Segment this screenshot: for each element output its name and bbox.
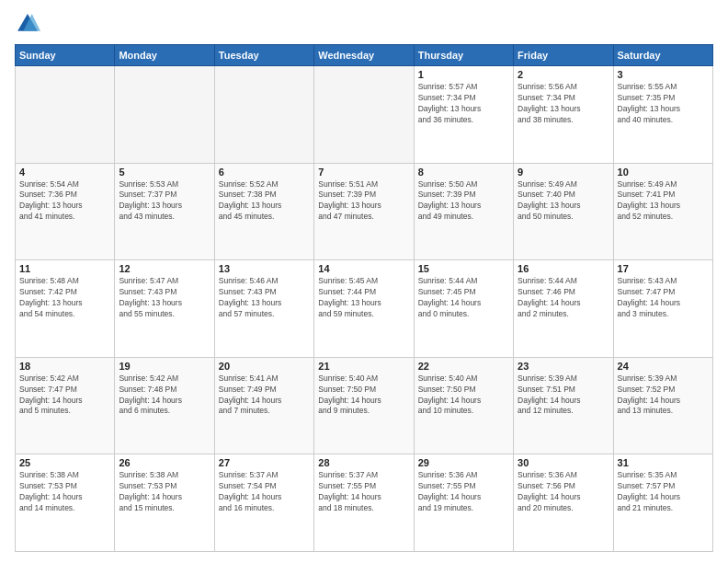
calendar-cell: 24Sunrise: 5:39 AM Sunset: 7:52 PM Dayli… — [613, 357, 712, 454]
day-number: 18 — [19, 361, 110, 372]
day-number: 13 — [219, 263, 310, 274]
day-number: 30 — [518, 457, 609, 468]
calendar-cell: 9Sunrise: 5:49 AM Sunset: 7:40 PM Daylig… — [514, 163, 613, 260]
header — [15, 11, 713, 37]
calendar-cell: 2Sunrise: 5:56 AM Sunset: 7:34 PM Daylig… — [514, 66, 613, 164]
day-info: Sunrise: 5:57 AM Sunset: 7:34 PM Dayligh… — [418, 82, 509, 126]
day-number: 10 — [618, 167, 709, 178]
day-info: Sunrise: 5:52 AM Sunset: 7:38 PM Dayligh… — [219, 179, 310, 224]
day-number: 21 — [318, 361, 409, 372]
weekday-monday: Monday — [115, 45, 214, 66]
calendar-cell: 14Sunrise: 5:45 AM Sunset: 7:44 PM Dayli… — [314, 260, 414, 358]
weekday-saturday: Saturday — [613, 45, 712, 66]
calendar-cell — [314, 66, 414, 164]
day-number: 1 — [418, 69, 509, 80]
day-info: Sunrise: 5:41 AM Sunset: 7:49 PM Dayligh… — [219, 373, 310, 418]
calendar-cell: 4Sunrise: 5:54 AM Sunset: 7:36 PM Daylig… — [16, 163, 115, 260]
day-info: Sunrise: 5:56 AM Sunset: 7:34 PM Dayligh… — [518, 82, 609, 126]
calendar-cell: 3Sunrise: 5:55 AM Sunset: 7:35 PM Daylig… — [613, 66, 712, 164]
weekday-wednesday: Wednesday — [314, 45, 414, 66]
day-info: Sunrise: 5:47 AM Sunset: 7:43 PM Dayligh… — [119, 276, 210, 320]
day-info: Sunrise: 5:45 AM Sunset: 7:44 PM Dayligh… — [318, 276, 409, 320]
calendar-cell: 30Sunrise: 5:36 AM Sunset: 7:56 PM Dayli… — [514, 454, 613, 552]
calendar-cell: 15Sunrise: 5:44 AM Sunset: 7:45 PM Dayli… — [414, 260, 513, 358]
weekday-friday: Friday — [514, 45, 613, 66]
day-info: Sunrise: 5:38 AM Sunset: 7:53 PM Dayligh… — [119, 470, 210, 514]
day-info: Sunrise: 5:37 AM Sunset: 7:55 PM Dayligh… — [318, 470, 409, 514]
calendar-cell: 13Sunrise: 5:46 AM Sunset: 7:43 PM Dayli… — [214, 260, 313, 358]
day-info: Sunrise: 5:35 AM Sunset: 7:57 PM Dayligh… — [618, 470, 709, 514]
day-number: 3 — [618, 69, 709, 80]
day-number: 9 — [518, 167, 609, 178]
day-number: 14 — [318, 263, 409, 274]
day-number: 4 — [19, 167, 110, 178]
day-info: Sunrise: 5:44 AM Sunset: 7:45 PM Dayligh… — [418, 276, 509, 320]
calendar-cell: 19Sunrise: 5:42 AM Sunset: 7:48 PM Dayli… — [115, 357, 214, 454]
day-info: Sunrise: 5:36 AM Sunset: 7:56 PM Dayligh… — [518, 470, 609, 514]
day-info: Sunrise: 5:53 AM Sunset: 7:37 PM Dayligh… — [119, 179, 210, 224]
day-info: Sunrise: 5:39 AM Sunset: 7:52 PM Dayligh… — [618, 373, 709, 418]
calendar-cell: 8Sunrise: 5:50 AM Sunset: 7:39 PM Daylig… — [414, 163, 513, 260]
day-number: 12 — [119, 263, 210, 274]
logo-icon — [15, 11, 40, 37]
day-number: 17 — [618, 263, 709, 274]
calendar-cell: 26Sunrise: 5:38 AM Sunset: 7:53 PM Dayli… — [115, 454, 214, 552]
day-info: Sunrise: 5:48 AM Sunset: 7:42 PM Dayligh… — [19, 276, 110, 320]
day-number: 27 — [219, 457, 310, 468]
day-number: 26 — [119, 457, 210, 468]
calendar-cell: 7Sunrise: 5:51 AM Sunset: 7:39 PM Daylig… — [314, 163, 414, 260]
calendar-cell: 25Sunrise: 5:38 AM Sunset: 7:53 PM Dayli… — [16, 454, 115, 552]
logo — [15, 11, 44, 37]
day-info: Sunrise: 5:55 AM Sunset: 7:35 PM Dayligh… — [618, 82, 709, 126]
day-number: 5 — [119, 167, 210, 178]
calendar-cell: 17Sunrise: 5:43 AM Sunset: 7:47 PM Dayli… — [613, 260, 712, 358]
day-info: Sunrise: 5:40 AM Sunset: 7:50 PM Dayligh… — [418, 373, 509, 418]
day-number: 15 — [418, 263, 509, 274]
calendar-cell: 18Sunrise: 5:42 AM Sunset: 7:47 PM Dayli… — [16, 357, 115, 454]
day-number: 22 — [418, 361, 509, 372]
week-row-4: 18Sunrise: 5:42 AM Sunset: 7:47 PM Dayli… — [16, 357, 713, 454]
day-number: 19 — [119, 361, 210, 372]
day-number: 23 — [518, 361, 609, 372]
day-info: Sunrise: 5:40 AM Sunset: 7:50 PM Dayligh… — [318, 373, 409, 418]
day-number: 11 — [19, 263, 110, 274]
day-number: 8 — [418, 167, 509, 178]
day-info: Sunrise: 5:39 AM Sunset: 7:51 PM Dayligh… — [518, 373, 609, 418]
day-info: Sunrise: 5:43 AM Sunset: 7:47 PM Dayligh… — [618, 276, 709, 320]
calendar-cell: 27Sunrise: 5:37 AM Sunset: 7:54 PM Dayli… — [214, 454, 313, 552]
weekday-header-row: SundayMondayTuesdayWednesdayThursdayFrid… — [16, 45, 713, 66]
day-number: 28 — [318, 457, 409, 468]
day-number: 2 — [518, 69, 609, 80]
day-number: 24 — [618, 361, 709, 372]
week-row-3: 11Sunrise: 5:48 AM Sunset: 7:42 PM Dayli… — [16, 260, 713, 358]
calendar-cell: 6Sunrise: 5:52 AM Sunset: 7:38 PM Daylig… — [214, 163, 313, 260]
calendar-table: SundayMondayTuesdayWednesdayThursdayFrid… — [15, 44, 713, 552]
day-number: 25 — [19, 457, 110, 468]
day-info: Sunrise: 5:46 AM Sunset: 7:43 PM Dayligh… — [219, 276, 310, 320]
calendar-cell: 16Sunrise: 5:44 AM Sunset: 7:46 PM Dayli… — [514, 260, 613, 358]
weekday-sunday: Sunday — [16, 45, 115, 66]
calendar-cell: 10Sunrise: 5:49 AM Sunset: 7:41 PM Dayli… — [613, 163, 712, 260]
calendar-cell — [16, 66, 115, 164]
day-number: 31 — [618, 457, 709, 468]
day-number: 29 — [418, 457, 509, 468]
calendar-cell: 31Sunrise: 5:35 AM Sunset: 7:57 PM Dayli… — [613, 454, 712, 552]
calendar-cell: 1Sunrise: 5:57 AM Sunset: 7:34 PM Daylig… — [414, 66, 513, 164]
calendar-cell: 11Sunrise: 5:48 AM Sunset: 7:42 PM Dayli… — [16, 260, 115, 358]
day-info: Sunrise: 5:51 AM Sunset: 7:39 PM Dayligh… — [318, 179, 409, 224]
day-number: 20 — [219, 361, 310, 372]
day-info: Sunrise: 5:44 AM Sunset: 7:46 PM Dayligh… — [518, 276, 609, 320]
calendar-cell: 5Sunrise: 5:53 AM Sunset: 7:37 PM Daylig… — [115, 163, 214, 260]
day-info: Sunrise: 5:49 AM Sunset: 7:41 PM Dayligh… — [618, 179, 709, 224]
calendar-cell: 29Sunrise: 5:36 AM Sunset: 7:55 PM Dayli… — [414, 454, 513, 552]
weekday-thursday: Thursday — [414, 45, 513, 66]
day-info: Sunrise: 5:49 AM Sunset: 7:40 PM Dayligh… — [518, 179, 609, 224]
day-number: 6 — [219, 167, 310, 178]
calendar-cell: 12Sunrise: 5:47 AM Sunset: 7:43 PM Dayli… — [115, 260, 214, 358]
day-info: Sunrise: 5:50 AM Sunset: 7:39 PM Dayligh… — [418, 179, 509, 224]
weekday-tuesday: Tuesday — [214, 45, 313, 66]
day-info: Sunrise: 5:36 AM Sunset: 7:55 PM Dayligh… — [418, 470, 509, 514]
calendar-cell — [115, 66, 214, 164]
calendar-cell: 20Sunrise: 5:41 AM Sunset: 7:49 PM Dayli… — [214, 357, 313, 454]
day-info: Sunrise: 5:42 AM Sunset: 7:47 PM Dayligh… — [19, 373, 110, 418]
